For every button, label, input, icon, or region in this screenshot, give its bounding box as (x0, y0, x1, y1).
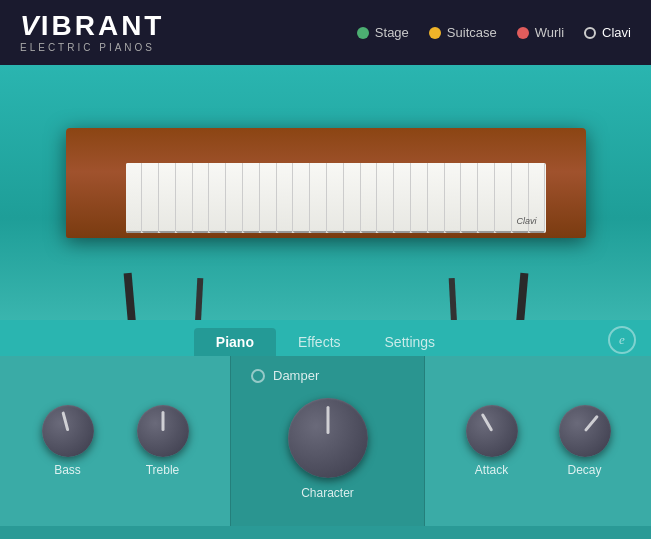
white-key (159, 163, 176, 233)
white-key (411, 163, 428, 233)
piano-area: Clavi (0, 65, 651, 320)
white-key (293, 163, 310, 233)
logo-subtitle: ELECTRIC PIANOS (20, 42, 164, 53)
header: VIBRANT ELECTRIC PIANOS Stage Suitcase W… (0, 0, 651, 65)
attack-knob-container: Attack (466, 405, 518, 477)
bass-label: Bass (54, 463, 81, 477)
piano-body: Clavi (66, 128, 586, 238)
white-key (361, 163, 378, 233)
white-key (428, 163, 445, 233)
nav-tabs-row: Piano Effects Settings e (0, 320, 651, 356)
bass-knob[interactable] (42, 405, 94, 457)
controls-left: Bass Treble (0, 356, 230, 526)
wurli-label: Wurli (535, 25, 564, 40)
white-key (377, 163, 394, 233)
logo-v: V (20, 10, 41, 41)
treble-label: Treble (146, 463, 180, 477)
tab-settings[interactable]: Settings (363, 328, 458, 356)
attack-knob[interactable] (466, 405, 518, 457)
suitcase-dot (429, 27, 441, 39)
preset-tab-wurli[interactable]: Wurli (517, 25, 564, 40)
character-knob-container: Character (288, 398, 368, 500)
nav-tabs: Piano Effects Settings e (0, 320, 651, 356)
white-key (495, 163, 512, 233)
decay-label: Decay (567, 463, 601, 477)
bass-knob-container: Bass (42, 405, 94, 477)
white-key (461, 163, 478, 233)
decay-knob-indicator (583, 415, 598, 432)
treble-knob-indicator (161, 411, 164, 431)
white-key (344, 163, 361, 233)
preset-tabs: Stage Suitcase Wurli Clavi (357, 25, 631, 40)
white-key (126, 163, 143, 233)
white-key (209, 163, 226, 233)
suitcase-label: Suitcase (447, 25, 497, 40)
tab-effects[interactable]: Effects (276, 328, 363, 356)
white-key (277, 163, 294, 233)
white-key (176, 163, 193, 233)
white-key (142, 163, 159, 233)
attack-knob-indicator (480, 413, 493, 432)
white-key (226, 163, 243, 233)
white-key (445, 163, 462, 233)
character-knob-indicator (326, 406, 329, 434)
white-key: Clavi (529, 163, 546, 233)
wurli-dot (517, 27, 529, 39)
damper-toggle[interactable] (251, 369, 265, 383)
white-key (310, 163, 327, 233)
logo-area: VIBRANT ELECTRIC PIANOS (20, 12, 164, 53)
white-key (193, 163, 210, 233)
controls-area: Bass Treble Damper Character Attack (0, 356, 651, 526)
clavi-dot (584, 27, 596, 39)
controls-center: Damper Character (230, 356, 425, 526)
decay-knob-container: Decay (559, 405, 611, 477)
e-icon[interactable]: e (608, 326, 636, 354)
logo-title: VIBRANT (20, 12, 164, 40)
white-key (260, 163, 277, 233)
treble-knob-container: Treble (137, 405, 189, 477)
decay-knob[interactable] (559, 405, 611, 457)
damper-label: Damper (273, 368, 319, 383)
white-key (327, 163, 344, 233)
damper-row: Damper (241, 368, 414, 383)
white-key (478, 163, 495, 233)
character-knob[interactable] (288, 398, 368, 478)
preset-tab-clavi[interactable]: Clavi (584, 25, 631, 40)
piano-wrapper: Clavi (46, 118, 606, 288)
tab-piano[interactable]: Piano (194, 328, 276, 356)
stage-label: Stage (375, 25, 409, 40)
preset-tab-suitcase[interactable]: Suitcase (429, 25, 497, 40)
white-key (243, 163, 260, 233)
white-key (394, 163, 411, 233)
logo-rest: IBRANT (41, 10, 165, 41)
treble-knob[interactable] (137, 405, 189, 457)
attack-label: Attack (475, 463, 508, 477)
bass-knob-indicator (61, 411, 69, 431)
clavi-label: Clavi (602, 25, 631, 40)
controls-right: Attack Decay (425, 356, 651, 526)
piano-body-label: Clavi (516, 216, 536, 226)
piano-keys-area: Clavi (126, 163, 546, 233)
character-label: Character (301, 486, 354, 500)
stage-dot (357, 27, 369, 39)
preset-tab-stage[interactable]: Stage (357, 25, 409, 40)
